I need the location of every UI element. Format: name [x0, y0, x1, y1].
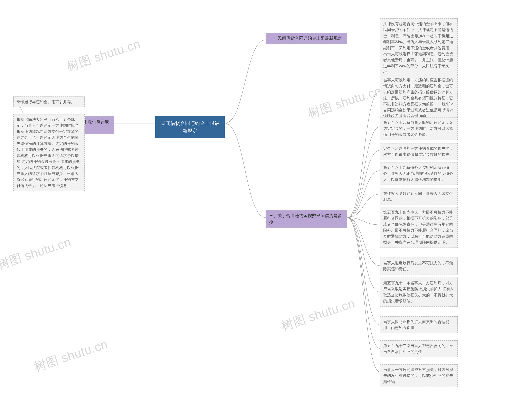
leaf-text: 第五百九十一条当事人一方违约后，对方应当采取适当措施防止损失的扩大;没有采取适当… [383, 281, 454, 303]
leaf-node[interactable]: 第五百九十一条当事人一方违约后，对方应当采取适当措施防止损失的扩大;没有采取适当… [380, 278, 458, 307]
leaf-node[interactable]: 定金不足以弥补一方违约造成的损失的，对方可以请求赔偿超过定金数额的损失。 [380, 143, 458, 160]
leaf-node[interactable]: 第五百八十九条债务人按照约定履行债务，债权人无正当理由拒绝受领的，债务人可以请求… [380, 162, 458, 185]
leaf-node[interactable]: 当事人一方违约造成对方损失，对方对损失的发生有过错的，可以减少相应的损失赔偿额。 [380, 364, 458, 387]
branch-label: 三、关于合同违约金按照民间借贷是多少 [269, 213, 342, 225]
leaf-text: 根据《民法典》第五百八十五条规定，当事人可以约定一方违约时应当根据违约情况向对方… [16, 117, 80, 188]
leaf-text: 在债权人受领迟延期间，债务人无须支付利息。 [383, 191, 453, 202]
leaf-text: 定金不足以弥补一方违约造成的损失的，对方可以请求赔偿超过定金数额的损失。 [383, 146, 453, 156]
root-label: 民间借贷合同违约金上限最新规定 [161, 120, 220, 133]
leaf-node[interactable]: 第五百九十二条当事人都违反合同的，应当各自承担相应的责任。 [380, 340, 458, 357]
branch-node-3[interactable]: 三、关于合同违约金按照民间借贷是多少 [266, 210, 347, 228]
leaf-text: 继续履行与违约金并用可以并存。 [16, 100, 75, 104]
leaf-text: 第五百八十九条债务人按照约定履行债务，债权人无正当理由拒绝受领的，债务人可以请求… [383, 165, 453, 182]
leaf-node[interactable]: 在债权人受领迟延期间，债务人无须支付利息。 [380, 188, 458, 205]
leaf-node[interactable]: 第五百八十八条当事人既约定违约金，又约定定金的，一方违约时，对方可以选择适用违约… [380, 117, 458, 140]
leaf-node[interactable]: 法律没有规定合同中违约金的上限，但在民间借贷的案件中，法律规定不管是违约金、利息… [380, 18, 458, 77]
branch-node-1[interactable]: 一、民间借贷合同违约金上限最新规定 [266, 33, 347, 44]
leaf-node[interactable]: 当事人迟延履行后发生不可抗力的，不免除其违约责任。 [380, 257, 458, 274]
leaf-text: 当事人一方违约造成对方损失，对方对损失的发生有过错的，可以减少相应的损失赔偿额。 [383, 368, 453, 384]
leaf-text: 当事人迟延履行后发生不可抗力的，不免除其违约责任。 [383, 261, 453, 271]
root-node[interactable]: 民间借贷合同违约金上限最新规定 [155, 116, 225, 138]
leaf-text: 当事人因防止损失扩大而支出的合理费用，由违约方负担。 [383, 320, 449, 330]
leaf-node[interactable]: 根据《民法典》第五百八十五条规定，当事人可以约定一方违约时应当根据违约情况向对方… [13, 114, 85, 191]
leaf-text: 当事人可以约定一方违约时应当根据违约情况向对方支付一定数额的违约金，也可以约定因… [383, 78, 453, 118]
branch-label: 一、民间借贷合同违约金上限最新规定 [269, 36, 342, 41]
watermark: 树图 shutu.cn [0, 234, 73, 273]
leaf-node[interactable]: 当事人可以约定一方违约时应当根据违约情况向对方支付一定数额的违约金，也可以约定因… [380, 74, 458, 122]
watermark: 树图 shutu.cn [32, 336, 110, 375]
leaf-text: 法律没有规定合同中违约金的上限，但在民间借贷的案件中，法律规定不管是违约金、利息… [383, 22, 453, 74]
leaf-text: 第五百八十八条当事人既约定违约金，又约定定金的，一方违约时，对方可以选择适用违约… [383, 120, 453, 137]
leaf-node[interactable]: 继续履行与违约金并用可以并存。 [13, 97, 85, 107]
watermark: 树图 shutu.cn [306, 82, 384, 122]
leaf-text: 第五百九十二条当事人都违反合同的，应当各自承担相应的责任。 [383, 344, 453, 354]
leaf-node[interactable]: 第五百九十条当事人一方因不可抗力不能履行合同的，根据不可抗力的影响，部分或者全部… [380, 207, 458, 248]
leaf-node[interactable]: 当事人因防止损失扩大而支出的合理费用，由违约方负担。 [380, 316, 458, 333]
leaf-text: 第五百九十条当事人一方因不可抗力不能履行合同的，根据不可抗力的影响，部分或者全部… [383, 210, 453, 244]
watermark: 树图 shutu.cn [65, 36, 143, 75]
watermark: 树图 shutu.cn [279, 295, 357, 335]
